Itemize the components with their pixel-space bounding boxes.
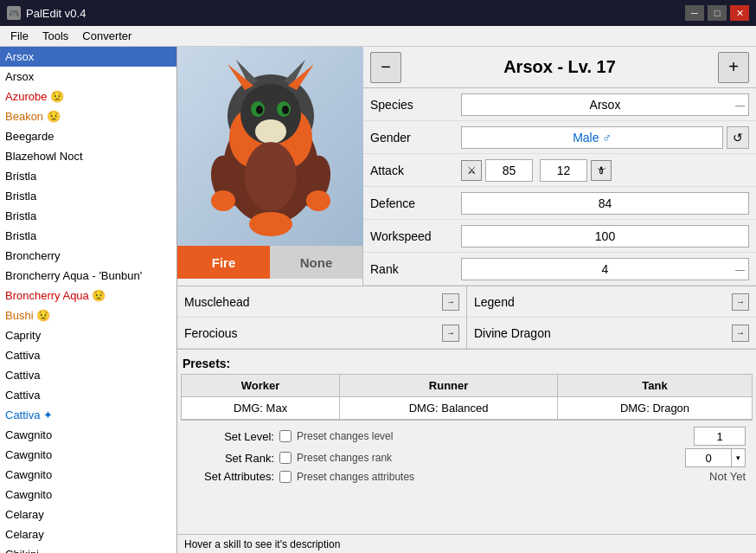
menu-tools[interactable]: Tools [35, 28, 75, 44]
passive-divine-dragon: Divine Dragon → [467, 318, 756, 349]
header-row: − Arsox - Lv. 17 + [363, 47, 756, 88]
sidebar-item[interactable]: Caprity [0, 325, 176, 345]
preset-dmg-max[interactable]: DMG: Max [182, 397, 340, 420]
maximize-button[interactable]: □ [708, 5, 727, 21]
table-row: DMG: Max DMG: Balanced DMG: Dragon [182, 397, 753, 420]
set-attributes-checkbox[interactable] [279, 471, 292, 483]
sidebar-item[interactable]: Broncherry [0, 246, 176, 266]
passive-ferocious-arrow[interactable]: → [442, 325, 459, 342]
sidebar-item[interactable]: Bristla [0, 166, 176, 186]
passive-musclehead-arrow[interactable]: → [442, 293, 459, 311]
passive-musclehead-label: Musclehead [184, 295, 442, 309]
sidebar-item[interactable]: Bristla [0, 186, 176, 206]
svg-point-9 [282, 106, 289, 114]
svg-point-19 [249, 212, 292, 236]
menu-bar: File Tools Converter [0, 26, 756, 47]
attack-value2[interactable]: 12 [540, 159, 587, 182]
workspeed-label: Workspeed [370, 229, 461, 243]
sidebar-item[interactable]: Arsox [0, 67, 176, 87]
window-controls: ─ □ ✕ [685, 5, 749, 21]
set-rank-arrow-icon[interactable]: ▾ [731, 449, 745, 466]
sidebar-item[interactable]: Beakon 😟 [0, 106, 176, 126]
sidebar-item[interactable]: Cattiva [0, 365, 176, 385]
sidebar-item[interactable]: Bristla [0, 226, 176, 246]
preset-header-runner[interactable]: Runner [340, 375, 558, 397]
sidebar-item[interactable]: Celaray [0, 524, 176, 544]
sidebar-item[interactable]: Cattiva ✦ [0, 405, 176, 425]
sidebar-item[interactable]: Broncherry Aqua 😟 [0, 286, 176, 305]
preset-dmg-balanced[interactable]: DMG: Balanced [340, 397, 558, 420]
sidebar-item[interactable]: Bristla [0, 206, 176, 226]
sidebar-item[interactable]: Blazehowl Noct [0, 146, 176, 166]
gender-refresh-button[interactable]: ↺ [727, 126, 749, 149]
passive-legend-arrow[interactable]: → [732, 293, 749, 311]
attack-shield-icon[interactable]: 🗡 [591, 160, 612, 181]
pal-image [177, 47, 363, 246]
set-rank-select[interactable]: 0 ▾ [685, 448, 746, 467]
status-bar: Hover a skill to see it's description [177, 534, 756, 553]
attack-value1[interactable]: 85 [485, 159, 533, 182]
passive-musclehead: Musclehead → [177, 286, 466, 318]
sidebar-item[interactable]: Arsox [0, 47, 176, 67]
species-value[interactable]: Arsox — [461, 93, 749, 116]
svg-point-14 [245, 142, 297, 211]
presets-label: Presets: [181, 353, 753, 374]
set-level-input[interactable] [694, 427, 746, 446]
workspeed-value[interactable]: 100 [461, 225, 749, 248]
sidebar-item[interactable]: Cawgnito [0, 425, 176, 445]
svg-point-8 [256, 106, 263, 114]
set-rank-label: Set Rank: [188, 452, 274, 465]
sidebar-item[interactable]: Chikipi [0, 544, 176, 553]
minimize-button[interactable]: ─ [685, 5, 704, 21]
sidebar-item[interactable]: Cawgnito [0, 445, 176, 465]
preset-header-tank[interactable]: Tank [557, 375, 752, 397]
sidebar: ArsoxArsoxAzurobe 😟Beakon 😟BeegardeBlaze… [0, 47, 177, 553]
level-decrease-button[interactable]: − [370, 52, 401, 83]
defence-value[interactable]: 84 [461, 192, 749, 215]
set-rank-checkbox[interactable] [279, 452, 292, 464]
menu-file[interactable]: File [3, 28, 35, 44]
set-attributes-value: Not Yet [709, 470, 746, 483]
rank-arrow-icon: — [735, 264, 745, 274]
sidebar-item[interactable]: Cawgnito [0, 465, 176, 485]
set-attributes-label: Set Attributes: [188, 470, 274, 483]
sidebar-item[interactable]: Bushi 😟 [0, 305, 176, 325]
preset-dmg-dragon[interactable]: DMG: Dragon [557, 397, 752, 420]
passive-divine-dragon-label: Divine Dragon [474, 326, 732, 340]
rank-row: Rank 4 — [363, 253, 756, 286]
species-arrow-icon: — [735, 100, 745, 110]
attack-row: Attack ⚔ 85 12 🗡 [363, 154, 756, 187]
top-section: Fire None − Arsox - Lv. 17 + Species Ars… [177, 47, 756, 286]
gender-value[interactable]: Male ♂ [461, 126, 723, 149]
set-rank-desc: Preset changes rank [297, 452, 392, 464]
title-bar: 🎮 PalEdit v0.4 ─ □ ✕ [0, 0, 756, 26]
close-button[interactable]: ✕ [730, 5, 749, 21]
preset-header-worker[interactable]: Worker [182, 375, 340, 397]
element-none-button[interactable]: None [270, 246, 362, 279]
rank-value[interactable]: 4 — [461, 258, 749, 280]
element-bar: Fire None [177, 246, 362, 279]
gender-row: Gender Male ♂ ↺ [363, 121, 756, 154]
level-increase-button[interactable]: + [718, 52, 749, 83]
sidebar-item[interactable]: Cattiva [0, 385, 176, 405]
sidebar-item[interactable]: Azurobe 😟 [0, 87, 176, 106]
status-text: Hover a skill to see it's description [184, 538, 340, 550]
defence-label: Defence [370, 196, 461, 210]
main-layout: ArsoxArsoxAzurobe 😟Beakon 😟BeegardeBlaze… [0, 47, 756, 553]
svg-point-5 [255, 119, 286, 144]
species-label: Species [370, 98, 461, 112]
sidebar-item[interactable]: Celaray [0, 505, 176, 524]
bottom-controls: Set Level: Preset changes level Set Rank… [181, 420, 753, 489]
sidebar-item[interactable]: Broncherry Aqua - 'Bunbun' [0, 266, 176, 286]
passive-ferocious: Ferocious → [177, 318, 466, 349]
set-level-checkbox[interactable] [279, 430, 292, 442]
sidebar-item[interactable]: Cattiva [0, 345, 176, 365]
passive-divine-dragon-arrow[interactable]: → [732, 325, 749, 342]
attack-sword-icon[interactable]: ⚔ [461, 160, 482, 181]
sidebar-item[interactable]: Beegarde [0, 126, 176, 146]
presets-section: Presets: Worker Runner Tank DMG: Max DMG… [177, 350, 756, 534]
element-fire-button[interactable]: Fire [177, 246, 270, 279]
sidebar-item[interactable]: Cawgnito [0, 485, 176, 505]
set-rank-row: Set Rank: Preset changes rank 0 ▾ [188, 448, 746, 467]
menu-converter[interactable]: Converter [75, 28, 138, 44]
